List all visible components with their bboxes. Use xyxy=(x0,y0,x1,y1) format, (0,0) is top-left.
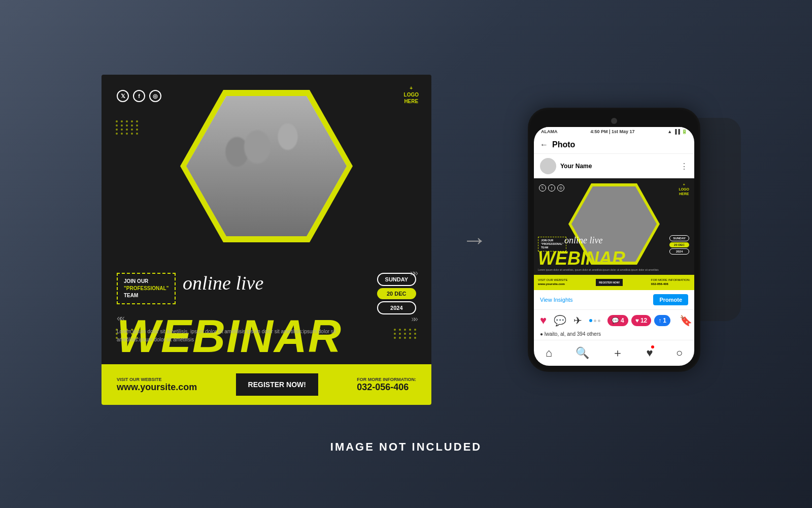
dot-1 xyxy=(594,320,596,322)
home-nav-icon[interactable]: ⌂ xyxy=(546,346,552,360)
more-options-icon[interactable]: ⋮ xyxy=(680,162,688,171)
mini-lorem: Lorem ipsum dolor sit ametilisis, ipsum … xyxy=(538,268,690,272)
website-info: VISIT OUR WEBSITE www.yoursite.com xyxy=(117,377,197,393)
comment-badge-icon: 💬 xyxy=(612,317,619,324)
likers-text: ● lwaito, al, and 394 others xyxy=(534,331,694,340)
battery-icon: 🔋 xyxy=(682,129,687,134)
register-button[interactable]: REGISTER NOW! xyxy=(236,373,318,396)
mini-register-btn: REGISTER NOW! xyxy=(596,279,623,286)
mini-social-icons: 𝕏 f ◎ xyxy=(539,184,564,192)
dot-grid-topleft xyxy=(116,120,139,135)
mini-twitter-icon: 𝕏 xyxy=(539,184,546,192)
poster-left: 𝕏 f ◎ + LOGOHERE »» «« »» xyxy=(101,75,431,405)
share-badge: ↑ 1 xyxy=(654,315,670,326)
arrow-between: → xyxy=(462,225,487,255)
lorem-text: Lorem ipsum dolor sit ametilisis, ipsum … xyxy=(117,328,340,344)
date-sunday: SUNDAY xyxy=(377,273,416,286)
status-icons: ▲ ▐▐ 🔋 xyxy=(667,129,687,134)
mini-poster: 𝕏 f ◎ +LOGOHERE JOIN OUR"PROFESSIONAL"TE… xyxy=(534,178,694,290)
time: 4:50 PM | 1st May 17 xyxy=(590,129,634,134)
logo-area: + LOGOHERE xyxy=(404,85,419,105)
mini-date-boxes: SUNDAY 20 DEC 2024 xyxy=(669,235,689,255)
join-box: JOIN OUR "PROFESSIONAL" TEAM xyxy=(117,273,176,304)
post-username: Your Name xyxy=(560,163,676,170)
mini-logo: +LOGOHERE xyxy=(679,182,689,196)
facebook-icon: f xyxy=(133,90,145,102)
like-bar: ♥ 💬 ✈ 💬 4 ♥ xyxy=(534,310,694,331)
phone-outer: ALAMA 4:50 PM | 1st May 17 ▲ ▐▐ 🔋 ← Phot… xyxy=(528,108,700,372)
dot-2 xyxy=(598,320,600,322)
wifi-icon: ▲ xyxy=(667,129,672,134)
like-count: 12 xyxy=(640,317,647,324)
website-label: VISIT OUR WEBSITE xyxy=(117,377,197,382)
heart-nav-icon[interactable]: ♥ xyxy=(646,346,653,360)
ig-header: ← Photo xyxy=(534,136,694,154)
date-year: 2024 xyxy=(377,301,416,314)
date-dec: 20 DEC xyxy=(377,288,416,299)
insights-promote-bar: View Insights Promote xyxy=(534,290,694,310)
ig-title: Photo xyxy=(552,140,688,149)
likers-names: ● lwaito, al, and 394 others xyxy=(540,331,601,337)
profile-nav-icon[interactable]: ○ xyxy=(676,346,683,360)
post-header: Your Name ⋮ xyxy=(534,154,694,178)
mini-date-year: 2024 xyxy=(669,248,689,255)
logo-text: LOGOHERE xyxy=(404,91,419,105)
mini-online-live: online live xyxy=(564,235,602,246)
phone-camera xyxy=(611,118,617,124)
instagram-icon: ◎ xyxy=(149,90,161,102)
search-nav-icon[interactable]: 🔍 xyxy=(576,346,589,360)
back-button[interactable]: ← xyxy=(540,140,548,149)
bottom-caption: IMAGE NOT INCLUDED xyxy=(330,440,482,454)
logo-plus: + xyxy=(410,85,413,91)
mini-website: VISIT OUR WEBSITE www.yoursite.com xyxy=(538,278,568,287)
view-insights-btn[interactable]: View Insights xyxy=(540,297,573,303)
like-badge: ♥ 12 xyxy=(631,315,651,326)
comment-badge: 💬 4 xyxy=(607,315,628,326)
twitter-icon: 𝕏 xyxy=(117,90,129,102)
share-count: 1 xyxy=(663,317,666,324)
share-icon[interactable]: ✈ xyxy=(573,314,582,327)
poster-bottom-bar: VISIT OUR WEBSITE www.yoursite.com REGIS… xyxy=(101,364,431,405)
like-badge-icon: ♥ xyxy=(635,317,639,324)
mini-facebook-icon: f xyxy=(548,184,555,192)
mini-webinar: WEBINAR xyxy=(538,249,625,268)
comment-count: 4 xyxy=(621,317,624,324)
ig-bottom-nav: ⌂ 🔍 ＋ ♥ ○ xyxy=(534,340,694,366)
website-url: www.yoursite.com xyxy=(117,382,197,393)
signal-icon: ▐▐ xyxy=(673,129,680,134)
share-badge-icon: ↑ xyxy=(658,317,661,324)
dot-grid-bottomright xyxy=(394,329,417,339)
dot-active xyxy=(589,319,592,322)
bookmark-icon[interactable]: 🔖 xyxy=(680,314,692,327)
avatar xyxy=(540,158,556,174)
arrows-right2: »» xyxy=(411,314,416,324)
carousel-indicator xyxy=(589,319,600,322)
notification-badges: 💬 4 ♥ 12 ↑ 1 xyxy=(607,315,670,326)
phone-screen: ALAMA 4:50 PM | 1st May 17 ▲ ▐▐ 🔋 ← Phot… xyxy=(534,127,694,366)
promote-button[interactable]: Promote xyxy=(653,294,688,305)
mini-date-dec: 20 DEC xyxy=(669,242,689,247)
phone-info: FOR MORE INFORMATION: 032-056-406 xyxy=(357,377,416,393)
social-icons: 𝕏 f ◎ xyxy=(117,90,161,102)
phone-number: 032-056-406 xyxy=(357,382,416,393)
main-container: 𝕏 f ◎ + LOGOHERE »» «« »» xyxy=(0,54,812,425)
mini-bottom-bar: VISIT OUR WEBSITE www.yoursite.com REGIS… xyxy=(534,275,694,290)
phone-container: ALAMA 4:50 PM | 1st May 17 ▲ ▐▐ 🔋 ← Phot… xyxy=(518,108,710,372)
mini-phone: FOR MORE INFORMATION: 032-056-406 xyxy=(651,278,690,287)
online-live-text: online live xyxy=(183,273,263,294)
heart-icon[interactable]: ♥ xyxy=(540,314,547,327)
hex-image-container xyxy=(180,90,353,242)
mini-instagram-icon: ◎ xyxy=(557,184,564,192)
date-boxes: SUNDAY 20 DEC 2024 xyxy=(377,273,416,314)
red-dot xyxy=(651,345,654,348)
mini-date-sunday: SUNDAY xyxy=(669,235,689,241)
carrier: ALAMA xyxy=(541,129,558,134)
status-bar: ALAMA 4:50 PM | 1st May 17 ▲ ▐▐ 🔋 xyxy=(534,127,694,136)
phone-label: FOR MORE INFORMATION: xyxy=(357,377,416,382)
add-nav-icon[interactable]: ＋ xyxy=(612,345,623,361)
comment-icon[interactable]: 💬 xyxy=(554,314,566,327)
